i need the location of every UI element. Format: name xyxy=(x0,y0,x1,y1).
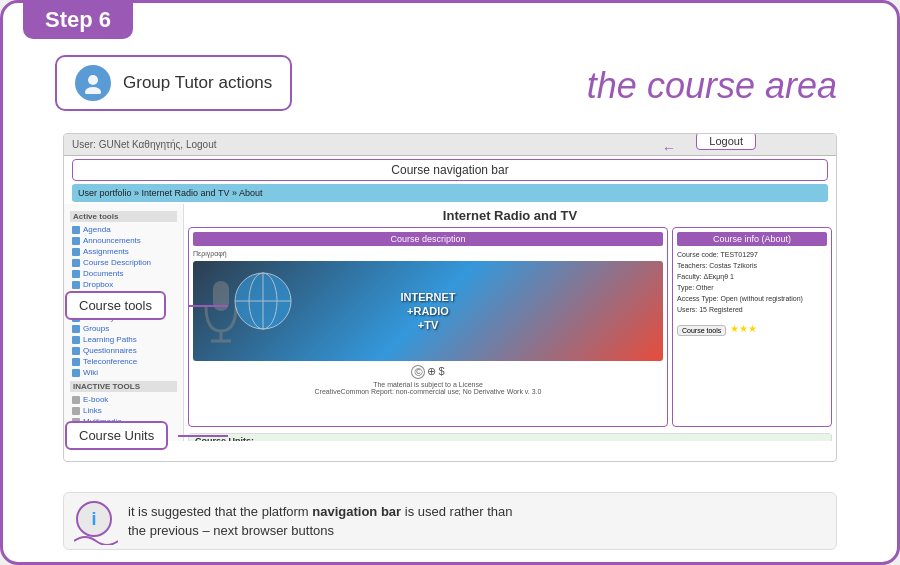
group-tutor-label: Group Tutor actions xyxy=(123,73,272,93)
sidebar-item-links[interactable]: Links xyxy=(70,405,177,416)
screenshot-area: User: GUNet Καθηγητής, Logout ← Logout C… xyxy=(63,133,837,462)
course-area-title: the course area xyxy=(587,65,837,107)
course-info-box: Course info (About) Course code: TEST012… xyxy=(672,227,832,427)
nav-bar-label: Course navigation bar xyxy=(72,159,828,181)
course-tools-callout: Course tools xyxy=(65,291,166,320)
user-logout-text: User: GUNet Καθηγητής, Logout xyxy=(72,139,217,150)
info-item-teacher: Teachers: Costas Tzikoris xyxy=(677,261,827,270)
star-rating: ★★★ xyxy=(730,323,757,334)
cc-subtext: CreativeCommon Report: non-commercial us… xyxy=(193,388,663,395)
sidebar-item-wiki[interactable]: Wiki xyxy=(70,367,177,378)
sidebar-item-learning-paths[interactable]: Learning Paths xyxy=(70,334,177,345)
teleconference-icon xyxy=(72,358,80,366)
logout-bubble[interactable]: Logout xyxy=(696,133,756,150)
tutor-icon xyxy=(75,65,111,101)
two-col-layout: Course description Περιγραφή INTERNET+RA… xyxy=(188,227,832,427)
course-description-box: Course description Περιγραφή INTERNET+RA… xyxy=(188,227,668,427)
breadcrumb-text: User portfolio » Internet Radio and TV »… xyxy=(78,188,262,198)
info-text-bold: navigation bar xyxy=(312,504,401,519)
sidebar-item-ebook[interactable]: E-book xyxy=(70,394,177,405)
ebook-icon xyxy=(72,396,80,404)
info-item-code: Course code: TEST01297 xyxy=(677,250,827,259)
course-tools-line xyxy=(188,305,228,307)
svg-point-1 xyxy=(85,87,101,94)
questionnaires-icon xyxy=(72,347,80,355)
inactive-tools-title: INACTIVE TOOLS xyxy=(70,381,177,392)
logout-arrow-icon: ← xyxy=(662,140,676,156)
main-container: Step 6 Group Tutor actions the course ar… xyxy=(0,0,900,565)
step-tab: Step 6 xyxy=(23,1,133,39)
sidebar-item-questionnaires[interactable]: Questionnaires xyxy=(70,345,177,356)
course-units-line xyxy=(178,435,228,437)
course-desc-icon xyxy=(72,259,80,267)
info-icon-wrapper: i xyxy=(76,501,116,541)
image-label: INTERNET+RADIO+TV xyxy=(401,290,456,333)
course-description-title: Course description xyxy=(193,232,663,246)
sidebar: Active tools Agenda Announcements Assign… xyxy=(64,204,184,441)
info-item-access: Access Type: Open (without registration) xyxy=(677,294,827,303)
sidebar-item-dropbox[interactable]: Dropbox xyxy=(70,279,177,290)
sidebar-item-assignments[interactable]: Assignments xyxy=(70,246,177,257)
sidebar-item-agenda[interactable]: Agenda xyxy=(70,224,177,235)
documents-icon xyxy=(72,270,80,278)
desc-paragraph: Περιγραφή xyxy=(193,250,663,257)
info-text-part1: it is suggested that the platform xyxy=(128,504,312,519)
active-tools-title: Active tools xyxy=(70,211,177,222)
dropbox-icon xyxy=(72,281,80,289)
units-header: Course Units: xyxy=(189,434,831,441)
info-item-type: Type: Other xyxy=(677,283,827,292)
cc-badge: © ⊕ $ xyxy=(193,365,663,379)
logout-bar: User: GUNet Καθηγητής, Logout ← Logout xyxy=(64,134,836,156)
cc-license-text: The material is subject to a License xyxy=(193,381,663,388)
info-item-faculty: Faculty: ΔΕκμηθ 1 xyxy=(677,272,827,281)
sidebar-item-documents[interactable]: Documents xyxy=(70,268,177,279)
course-title: Internet Radio and TV xyxy=(188,208,832,223)
course-units-callout: Course Units xyxy=(65,421,168,450)
bottom-info-text: it is suggested that the platform naviga… xyxy=(128,502,512,541)
groups-icon xyxy=(72,325,80,333)
svg-point-0 xyxy=(88,75,98,85)
course-units-section: Course Units: 1. Introduction to Interne… xyxy=(188,433,832,441)
info-item-users: Users: 15 Registered xyxy=(677,305,827,314)
assignments-icon xyxy=(72,248,80,256)
sidebar-item-announcements[interactable]: Announcements xyxy=(70,235,177,246)
info-circle-icon: i xyxy=(76,501,112,537)
wiki-icon xyxy=(72,369,80,377)
sidebar-item-course-desc[interactable]: Course Description xyxy=(70,257,177,268)
bottom-info: i it is suggested that the platform navi… xyxy=(63,492,837,550)
group-tutor-box: Group Tutor actions xyxy=(55,55,292,111)
course-image: INTERNET+RADIO+TV xyxy=(193,261,663,361)
course-tools-inner-btn[interactable]: Course tools xyxy=(677,325,726,336)
agenda-icon xyxy=(72,226,80,234)
learning-paths-icon xyxy=(72,336,80,344)
course-info-title: Course info (About) xyxy=(677,232,827,246)
links-icon xyxy=(72,407,80,415)
sidebar-item-teleconference[interactable]: Teleconference xyxy=(70,356,177,367)
breadcrumb-bar: User portfolio » Internet Radio and TV »… xyxy=(72,184,828,202)
announcements-icon xyxy=(72,237,80,245)
main-content: Internet Radio and TV Course description… xyxy=(184,204,836,441)
content-area: Active tools Agenda Announcements Assign… xyxy=(64,204,836,441)
sidebar-item-groups[interactable]: Groups xyxy=(70,323,177,334)
